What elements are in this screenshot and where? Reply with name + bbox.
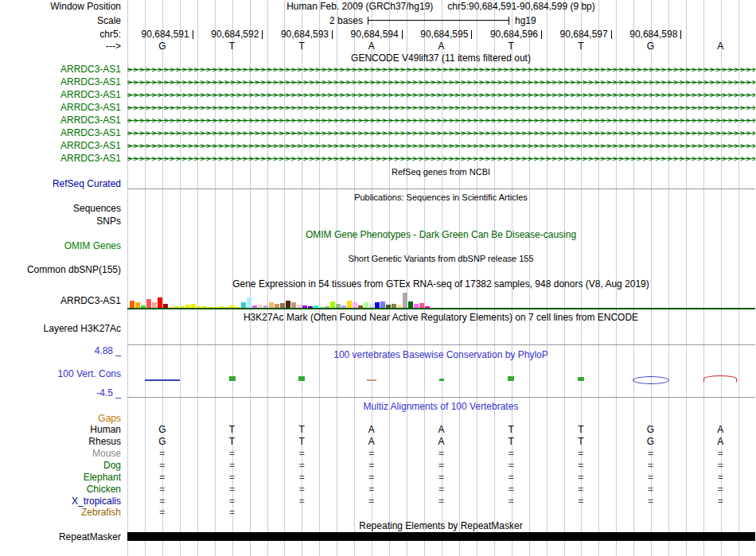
ruler-base: A	[685, 41, 755, 52]
gene-label[interactable]: ARRDC3-AS1	[0, 102, 121, 114]
alignment-base: =	[546, 472, 616, 484]
gene-label[interactable]: ARRDC3-AS1	[0, 115, 121, 126]
alignment-base: T	[546, 436, 616, 448]
repeatmasker-title[interactable]: Repeating Elements by RepeatMasker	[127, 520, 754, 532]
gtex-gene-label[interactable]: ARRDC3-AS1	[0, 295, 121, 307]
sequences-label[interactable]: Sequences	[0, 203, 121, 215]
gtex-bar	[403, 293, 407, 309]
refseq-curated-label[interactable]: RefSeq Curated	[0, 178, 121, 190]
alignment-base: A	[337, 424, 407, 436]
alignment-base: =	[407, 484, 477, 496]
omim-genes-label[interactable]: OMIM Genes	[0, 240, 121, 252]
gtex-bar-chart[interactable]	[130, 291, 434, 309]
gene-row[interactable]: ARRDC3-AS1>>>>>>>>>>>>>>>>>>>>>>>>>>>>>>…	[0, 102, 756, 114]
gene-row[interactable]: ARRDC3-AS1>>>>>>>>>>>>>>>>>>>>>>>>>>>>>>…	[0, 64, 756, 76]
h3k27ac-title[interactable]: H3K27Ac Mark (Often Found Near Active Re…	[127, 312, 754, 324]
dbsnp-title[interactable]: Short Genetic Variants from dbSNP releas…	[127, 253, 754, 265]
common-dbsnp-label[interactable]: Common dbSNP(155)	[0, 264, 121, 276]
alignment-base: =	[127, 448, 197, 460]
alignment-base: =	[197, 472, 267, 484]
alignment-base: =	[127, 460, 197, 472]
layered-h3k27ac-label[interactable]: Layered H3K27Ac	[0, 323, 121, 335]
alignment-base: G	[127, 436, 197, 448]
gene-label[interactable]: ARRDC3-AS1	[0, 140, 121, 152]
repeatmasker-bar[interactable]	[127, 532, 755, 541]
alignment-base: T	[197, 424, 267, 436]
scale-assembly: hg19	[515, 15, 536, 27]
alignment-base: =	[616, 496, 686, 507]
refseq-title-row: RefSeq genes from NCBI	[0, 166, 756, 178]
multiz-title-row: Multiz Alignments of 100 Vertebrates	[0, 401, 756, 413]
snps-row: SNPs	[0, 216, 756, 227]
gtex-title[interactable]: Gene Expression in 54 tissues from GTEx …	[127, 278, 754, 290]
alignment-base: =	[546, 484, 616, 496]
alignment-row-zebrafish: Zebrafish==	[0, 507, 756, 519]
multiz-title[interactable]: Multiz Alignments of 100 Vertebrates	[127, 401, 754, 413]
publications-title-row: Publications: Sequences in Scientific Ar…	[0, 192, 756, 204]
gene-label[interactable]: ARRDC3-AS1	[0, 76, 121, 88]
omim-title[interactable]: OMIM Gene Phenotypes - Dark Green Can Be…	[127, 229, 754, 241]
alignment-base: =	[197, 448, 267, 460]
alignment-row-mouse: Mouse=========	[0, 448, 756, 460]
gene-row[interactable]: ARRDC3-AS1>>>>>>>>>>>>>>>>>>>>>>>>>>>>>>…	[0, 89, 756, 101]
publications-title[interactable]: Publications: Sequences in Scientific Ar…	[127, 192, 754, 204]
alignment-base: =	[267, 484, 337, 496]
species-label[interactable]: X_tropicalis	[0, 496, 121, 507]
conservation-wiggle[interactable]	[0, 365, 756, 381]
gene-row[interactable]: ARRDC3-AS1>>>>>>>>>>>>>>>>>>>>>>>>>>>>>>…	[0, 153, 756, 165]
alignment-base: =	[546, 448, 616, 460]
gene-row[interactable]: ARRDC3-AS1>>>>>>>>>>>>>>>>>>>>>>>>>>>>>>…	[0, 76, 756, 88]
alignment-base: =	[337, 484, 407, 496]
ruler-base: G	[616, 41, 686, 52]
ucsc-genome-browser-tracks-image[interactable]: Window Position Human Feb. 2009 (GRCh37/…	[0, 0, 756, 556]
gene-row[interactable]: ARRDC3-AS1>>>>>>>>>>>>>>>>>>>>>>>>>>>>>>…	[0, 140, 756, 152]
conservation-mark-dash	[367, 379, 376, 381]
alignment-base: =	[267, 472, 337, 484]
alignment-base: =	[127, 496, 197, 507]
species-label[interactable]: Chicken	[0, 484, 121, 496]
position-number-row: chr5: 90,684,59190,684,59290,684,59390,6…	[0, 29, 756, 41]
position-label: 90,684,594	[337, 29, 399, 41]
species-label[interactable]: Dog	[0, 460, 121, 472]
gene-transcript-arrows: >>>>>>>>>>>>>>>>>>>>>>>>>>>>>>>>>>>>>>>>…	[127, 127, 755, 139]
gene-label[interactable]: ARRDC3-AS1	[0, 89, 121, 101]
alignment-base: =	[685, 484, 755, 496]
gene-label[interactable]: ARRDC3-AS1	[0, 127, 121, 139]
position-label: 90,684,593	[267, 29, 329, 41]
alignment-base: =	[476, 472, 546, 484]
gene-label[interactable]: ARRDC3-AS1	[0, 153, 121, 165]
alignment-base: =	[476, 484, 546, 496]
repeatmasker-label[interactable]: RepeatMasker	[0, 531, 121, 543]
alignment-row-x_tropicalis: X_tropicalis=========	[0, 496, 756, 507]
gene-row[interactable]: ARRDC3-AS1>>>>>>>>>>>>>>>>>>>>>>>>>>>>>>…	[0, 127, 756, 139]
gene-transcript-arrows: >>>>>>>>>>>>>>>>>>>>>>>>>>>>>>>>>>>>>>>>…	[127, 89, 755, 101]
gene-transcript-arrows: >>>>>>>>>>>>>>>>>>>>>>>>>>>>>>>>>>>>>>>>…	[127, 76, 755, 88]
ruler-base: T	[546, 41, 616, 52]
gaps-label[interactable]: Gaps	[0, 413, 121, 425]
alignment-base: =	[267, 448, 337, 460]
conservation-mark-bar	[298, 376, 305, 381]
gene-transcript-arrows: >>>>>>>>>>>>>>>>>>>>>>>>>>>>>>>>>>>>>>>>…	[127, 102, 755, 114]
conservation-mark-bar	[229, 376, 236, 381]
alignment-base: =	[685, 448, 755, 460]
alignment-base: T	[476, 436, 546, 448]
conservation-title[interactable]: 100 vertebrates Basewise Conservation by…	[127, 349, 754, 361]
alignment-base: =	[337, 460, 407, 472]
species-label[interactable]: Elephant	[0, 472, 121, 484]
base-letter-row: ---> GTTAATTGA	[0, 41, 756, 52]
refseq-title[interactable]: RefSeq genes from NCBI	[127, 166, 754, 178]
omim-genes-row: OMIM Genes	[0, 240, 756, 252]
species-label[interactable]: Zebrafish	[0, 507, 121, 519]
snps-label[interactable]: SNPs	[0, 216, 121, 227]
gencode-title[interactable]: GENCODE V49lift37 (11 items filtered out…	[127, 52, 754, 64]
position-label: 90,684,591	[127, 29, 189, 41]
gene-label[interactable]: ARRDC3-AS1	[0, 64, 121, 76]
alignment-base: =	[685, 496, 755, 507]
alignment-base: G	[127, 424, 197, 436]
alignment-base: =	[127, 472, 197, 484]
position-label: 90,684,592	[197, 29, 259, 41]
species-label[interactable]: Mouse	[0, 448, 121, 460]
species-label[interactable]: Rhesus	[0, 436, 121, 448]
gene-row[interactable]: ARRDC3-AS1>>>>>>>>>>>>>>>>>>>>>>>>>>>>>>…	[0, 115, 756, 126]
species-label[interactable]: Human	[0, 424, 121, 436]
